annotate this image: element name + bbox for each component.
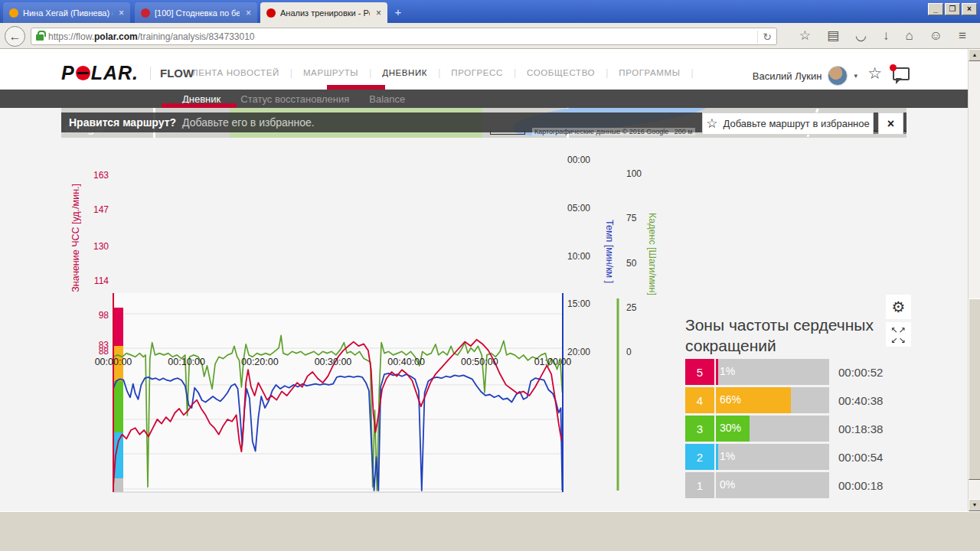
cadence-axis-label: Каденс [Шаги/мин] [647, 213, 658, 295]
scrollbar-thumb[interactable] [969, 298, 980, 480]
bookmarks-panel-icon[interactable]: ▤ [827, 26, 839, 46]
cadence-axis-tick: 0 [626, 347, 632, 357]
time-axis-tick: 00:30:00 [306, 357, 360, 367]
favorites-star-icon[interactable]: ☆ [867, 64, 882, 83]
expand-icon[interactable]: ↖↗ ↙↘ [886, 322, 911, 347]
nav-item-6[interactable]: ПРОГРАММЫ [608, 68, 691, 77]
page-scrollbar[interactable]: ▲ ▼ [968, 49, 980, 511]
hr-zone-row: 466%00:40:38 [685, 387, 907, 413]
map-attribution: Картографические данные © 2016 Google 20… [532, 128, 695, 135]
hr-axis-label: Значение ЧСС [уд./мин.] [70, 184, 81, 292]
tab-close-icon[interactable]: × [119, 8, 124, 18]
time-axis-tick: 00:00:00 [87, 357, 140, 367]
tab-close-icon[interactable]: × [376, 8, 381, 18]
nav-item-4[interactable]: ПРОГРЕСС [440, 68, 514, 77]
close-button[interactable]: × [962, 3, 977, 15]
zone-bar-fill [716, 359, 718, 385]
zone-percent: 66% [720, 393, 741, 406]
zone-bar: 1% [716, 359, 829, 385]
hr-zone-row: 330%00:18:38 [685, 416, 907, 442]
training-curves-chart[interactable] [61, 287, 681, 517]
home-icon[interactable]: ⌂ [905, 26, 913, 46]
zone-number: 1 [685, 472, 714, 498]
main-nav: ЛЕНТА НОВОСТЕЙ|МАРШРУТЫ|ДНЕВНИК|ПРОГРЕСС… [181, 67, 694, 78]
bookmark-star-icon[interactable]: ☆ [799, 26, 811, 46]
hr-axis-tick: 163 [83, 170, 109, 181]
back-button[interactable]: ← [5, 26, 25, 47]
add-route-favorite-button[interactable]: ☆Добавьте маршрут в избранное [702, 112, 874, 135]
browser-tab[interactable]: Анализ тренировки - Polar F...× [260, 2, 387, 23]
nav-item-5[interactable]: СООБЩЕСТВО [516, 68, 606, 77]
scroll-down-icon[interactable]: ▼ [969, 499, 980, 511]
gear-icon[interactable]: ⚙ [886, 295, 911, 319]
zone-time: 00:18:38 [838, 422, 883, 435]
notifications-icon[interactable] [893, 67, 910, 80]
zone-percent: 30% [720, 422, 741, 434]
zone-number: 3 [685, 416, 714, 442]
tab-title: [100] Стодневка по бегу - 4... [155, 8, 240, 18]
minimize-button[interactable]: _ [928, 3, 943, 15]
hr-zone-row: 21%00:00:54 [685, 444, 907, 470]
restore-button[interactable]: ❐ [945, 3, 960, 15]
zone-bar: 0% [716, 472, 829, 498]
banner-question: Нравится маршрут? [69, 116, 176, 129]
tab-favicon [141, 8, 150, 18]
subnav-item-2[interactable]: Статус восстановления [240, 93, 349, 105]
map-scale-bar [490, 131, 525, 135]
chat-icon[interactable]: ☺ [929, 26, 942, 46]
lock-icon [36, 34, 44, 41]
reload-icon[interactable]: ↻ [757, 31, 772, 43]
menu-icon[interactable]: ≡ [959, 26, 966, 46]
hr-zones-title: Зоны частоты сердечныхсокращений [685, 315, 892, 356]
nav-separator: | [691, 67, 693, 78]
window-controls: _ ❐ × [928, 3, 977, 15]
chevron-down-icon[interactable]: ▾ [854, 72, 858, 80]
star-icon: ☆ [706, 116, 717, 132]
downloads-icon[interactable]: ↓ [883, 26, 890, 46]
zone-bar: 1% [716, 444, 829, 470]
pocket-icon[interactable]: ◡ [855, 26, 867, 46]
zone-bar: 30% [716, 416, 829, 442]
hr-zones-list: 51%00:00:52466%00:40:38330%00:18:3821%00… [685, 359, 907, 500]
nav-item-1[interactable]: ЛЕНТА НОВОСТЕЙ [181, 68, 290, 77]
polar-logo[interactable]: PLAR. [61, 62, 139, 84]
browser-tab[interactable]: Нина Хегай (Пивнева) сдел...× [3, 2, 130, 23]
time-axis-tick: 00:50:00 [452, 357, 506, 367]
browser-tab[interactable]: [100] Стодневка по бегу - 4...× [135, 2, 257, 23]
tab-favicon [9, 8, 18, 18]
subnav-item-3[interactable]: Balance [369, 93, 405, 105]
logo-o-icon [76, 66, 90, 80]
banner-text: Добавьте его в избранное. [182, 116, 315, 129]
hr-axis-tick: 88 [83, 346, 109, 357]
user-menu[interactable]: Василий Лукин ▾ [753, 66, 858, 86]
nav-item-3[interactable]: ДНЕВНИК [371, 68, 438, 77]
nav-item-2[interactable]: МАРШРУТЫ [292, 68, 369, 77]
tab-favicon [266, 8, 276, 18]
taskbar: Пуск Анализ тренировки - ...Polar FlowSy… [0, 511, 980, 551]
tab-close-icon[interactable]: × [246, 8, 251, 18]
hr-axis-tick: 130 [83, 241, 109, 252]
zone-time: 00:00:52 [838, 366, 883, 379]
new-tab-button[interactable]: + [389, 5, 407, 20]
hr-zone-row: 51%00:00:52 [685, 359, 907, 385]
avatar[interactable] [828, 66, 848, 86]
zone-percent: 1% [720, 365, 735, 377]
zone-number: 4 [685, 387, 714, 413]
zone-percent: 1% [720, 450, 735, 462]
time-axis-tick: 00:10:00 [160, 357, 214, 367]
sub-nav: ДневникСтатус восстановленияBalance [0, 90, 968, 108]
pace-axis-tick: 05:00 [567, 203, 590, 214]
zone-bar: 66% [716, 387, 829, 413]
zone-time: 00:00:54 [838, 451, 883, 464]
zone-bar-fill [716, 444, 718, 470]
cadence-axis-tick: 25 [626, 302, 636, 313]
training-chart-area: 16314713011498838800:0005:0010:0015:0020… [0, 138, 968, 511]
cadence-axis-tick: 100 [626, 168, 642, 179]
pace-axis-label: Темп [мин/км ] [604, 220, 615, 283]
scroll-up-icon[interactable]: ▲ [969, 49, 980, 61]
address-bar[interactable]: https://flow.polar.com/training/analysis… [31, 28, 777, 45]
zone-time: 00:00:18 [838, 479, 883, 492]
url-text[interactable]: https://flow.polar.com/training/analysis… [48, 31, 753, 42]
banner-close-button[interactable]: × [878, 112, 903, 135]
zone-percent: 0% [720, 478, 735, 491]
